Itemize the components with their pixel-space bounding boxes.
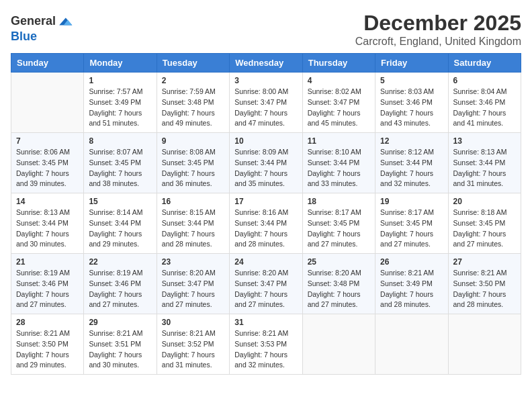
page-header: General Blue December 2025 Carcroft, Eng… bbox=[11, 11, 521, 48]
logo-text: General bbox=[11, 14, 56, 29]
calendar-week-row: 1Sunrise: 7:57 AMSunset: 3:49 PMDaylight… bbox=[11, 73, 521, 133]
day-info: Sunrise: 8:00 AMSunset: 3:47 PMDaylight:… bbox=[234, 87, 297, 129]
day-number: 27 bbox=[453, 257, 516, 267]
month-title: December 2025 bbox=[355, 11, 521, 36]
calendar-day-cell: 27Sunrise: 8:21 AMSunset: 3:50 PMDayligh… bbox=[448, 254, 521, 314]
calendar-day-cell: 25Sunrise: 8:20 AMSunset: 3:48 PMDayligh… bbox=[302, 254, 375, 314]
day-info: Sunrise: 8:04 AMSunset: 3:46 PMDaylight:… bbox=[453, 87, 516, 129]
day-info: Sunrise: 8:21 AMSunset: 3:49 PMDaylight:… bbox=[380, 268, 443, 310]
day-info: Sunrise: 8:19 AMSunset: 3:46 PMDaylight:… bbox=[16, 268, 79, 310]
calendar-day-header: Friday bbox=[375, 54, 448, 73]
calendar-day-cell: 30Sunrise: 8:21 AMSunset: 3:52 PMDayligh… bbox=[157, 314, 229, 375]
day-number: 23 bbox=[162, 257, 224, 267]
day-number: 12 bbox=[380, 136, 443, 146]
day-info: Sunrise: 8:10 AMSunset: 3:44 PMDaylight:… bbox=[308, 147, 370, 189]
day-info: Sunrise: 8:09 AMSunset: 3:44 PMDaylight:… bbox=[234, 147, 297, 189]
day-info: Sunrise: 8:21 AMSunset: 3:52 PMDaylight:… bbox=[162, 328, 224, 371]
day-info: Sunrise: 8:21 AMSunset: 3:51 PMDaylight:… bbox=[89, 328, 151, 371]
day-info: Sunrise: 8:17 AMSunset: 3:45 PMDaylight:… bbox=[308, 208, 370, 250]
day-number: 15 bbox=[89, 197, 151, 206]
calendar-day-header: Monday bbox=[84, 54, 157, 73]
calendar-day-cell: 8Sunrise: 8:07 AMSunset: 3:45 PMDaylight… bbox=[84, 133, 157, 193]
day-info: Sunrise: 8:20 AMSunset: 3:48 PMDaylight:… bbox=[308, 268, 370, 310]
day-info: Sunrise: 8:21 AMSunset: 3:53 PMDaylight:… bbox=[234, 328, 297, 371]
day-info: Sunrise: 8:14 AMSunset: 3:44 PMDaylight:… bbox=[89, 208, 151, 250]
calendar-week-row: 14Sunrise: 8:13 AMSunset: 3:44 PMDayligh… bbox=[11, 193, 521, 254]
logo-blue-text: Blue bbox=[11, 30, 37, 43]
calendar-day-cell: 1Sunrise: 7:57 AMSunset: 3:49 PMDaylight… bbox=[84, 73, 157, 133]
calendar-day-cell: 14Sunrise: 8:13 AMSunset: 3:44 PMDayligh… bbox=[11, 193, 84, 254]
day-number: 3 bbox=[234, 76, 297, 85]
day-info: Sunrise: 8:13 AMSunset: 3:44 PMDaylight:… bbox=[16, 208, 79, 250]
day-number: 20 bbox=[453, 197, 516, 206]
day-number: 18 bbox=[308, 197, 370, 206]
calendar-day-cell: 17Sunrise: 8:16 AMSunset: 3:44 PMDayligh… bbox=[230, 193, 302, 254]
day-info: Sunrise: 7:59 AMSunset: 3:48 PMDaylight:… bbox=[162, 87, 224, 129]
calendar-day-cell: 18Sunrise: 8:17 AMSunset: 3:45 PMDayligh… bbox=[302, 193, 375, 254]
day-info: Sunrise: 8:12 AMSunset: 3:44 PMDaylight:… bbox=[380, 147, 443, 189]
calendar-day-cell: 24Sunrise: 8:20 AMSunset: 3:47 PMDayligh… bbox=[230, 254, 302, 314]
day-number: 7 bbox=[16, 136, 79, 146]
day-info: Sunrise: 8:21 AMSunset: 3:50 PMDaylight:… bbox=[453, 268, 516, 310]
calendar-day-header: Sunday bbox=[11, 54, 84, 73]
day-info: Sunrise: 8:16 AMSunset: 3:44 PMDaylight:… bbox=[234, 208, 297, 250]
day-number: 16 bbox=[162, 197, 224, 206]
calendar-day-cell: 6Sunrise: 8:04 AMSunset: 3:46 PMDaylight… bbox=[448, 73, 521, 133]
calendar-day-cell bbox=[375, 314, 448, 375]
calendar-table: SundayMondayTuesdayWednesdayThursdayFrid… bbox=[11, 53, 521, 375]
calendar-day-cell: 9Sunrise: 8:08 AMSunset: 3:45 PMDaylight… bbox=[157, 133, 229, 193]
calendar-week-row: 7Sunrise: 8:06 AMSunset: 3:45 PMDaylight… bbox=[11, 133, 521, 193]
calendar-day-cell: 15Sunrise: 8:14 AMSunset: 3:44 PMDayligh… bbox=[84, 193, 157, 254]
calendar-day-cell: 28Sunrise: 8:21 AMSunset: 3:50 PMDayligh… bbox=[11, 314, 84, 375]
calendar-day-cell: 31Sunrise: 8:21 AMSunset: 3:53 PMDayligh… bbox=[230, 314, 302, 375]
logo-icon bbox=[57, 13, 73, 30]
calendar-day-cell: 19Sunrise: 8:17 AMSunset: 3:45 PMDayligh… bbox=[375, 193, 448, 254]
day-number: 14 bbox=[16, 197, 79, 206]
day-number: 31 bbox=[234, 318, 297, 327]
calendar-day-cell: 20Sunrise: 8:18 AMSunset: 3:45 PMDayligh… bbox=[448, 193, 521, 254]
day-number: 21 bbox=[16, 257, 79, 267]
day-number: 28 bbox=[16, 318, 79, 327]
calendar-header-row: SundayMondayTuesdayWednesdayThursdayFrid… bbox=[11, 54, 521, 73]
day-info: Sunrise: 8:20 AMSunset: 3:47 PMDaylight:… bbox=[162, 268, 224, 310]
day-info: Sunrise: 8:08 AMSunset: 3:45 PMDaylight:… bbox=[162, 147, 224, 189]
day-info: Sunrise: 8:20 AMSunset: 3:47 PMDaylight:… bbox=[234, 268, 297, 310]
calendar-day-cell: 2Sunrise: 7:59 AMSunset: 3:48 PMDaylight… bbox=[157, 73, 229, 133]
day-info: Sunrise: 8:21 AMSunset: 3:50 PMDaylight:… bbox=[16, 328, 79, 371]
calendar-day-cell: 7Sunrise: 8:06 AMSunset: 3:45 PMDaylight… bbox=[11, 133, 84, 193]
logo: General Blue bbox=[11, 13, 73, 44]
calendar-day-cell: 16Sunrise: 8:15 AMSunset: 3:44 PMDayligh… bbox=[157, 193, 229, 254]
day-info: Sunrise: 8:15 AMSunset: 3:44 PMDaylight:… bbox=[162, 208, 224, 250]
calendar-day-cell: 21Sunrise: 8:19 AMSunset: 3:46 PMDayligh… bbox=[11, 254, 84, 314]
calendar-day-header: Saturday bbox=[448, 54, 521, 73]
day-number: 8 bbox=[89, 136, 151, 146]
day-info: Sunrise: 8:19 AMSunset: 3:46 PMDaylight:… bbox=[89, 268, 151, 310]
day-info: Sunrise: 8:07 AMSunset: 3:45 PMDaylight:… bbox=[89, 147, 151, 189]
day-number: 29 bbox=[89, 318, 151, 327]
day-info: Sunrise: 8:17 AMSunset: 3:45 PMDaylight:… bbox=[380, 208, 443, 250]
calendar-day-cell: 22Sunrise: 8:19 AMSunset: 3:46 PMDayligh… bbox=[84, 254, 157, 314]
day-number: 6 bbox=[453, 76, 516, 85]
calendar-day-cell: 10Sunrise: 8:09 AMSunset: 3:44 PMDayligh… bbox=[230, 133, 302, 193]
day-info: Sunrise: 8:13 AMSunset: 3:44 PMDaylight:… bbox=[453, 147, 516, 189]
day-number: 10 bbox=[234, 136, 297, 146]
calendar-day-cell: 29Sunrise: 8:21 AMSunset: 3:51 PMDayligh… bbox=[84, 314, 157, 375]
day-number: 17 bbox=[234, 197, 297, 206]
day-number: 1 bbox=[89, 76, 151, 85]
calendar-day-cell: 12Sunrise: 8:12 AMSunset: 3:44 PMDayligh… bbox=[375, 133, 448, 193]
day-number: 13 bbox=[453, 136, 516, 146]
calendar-week-row: 28Sunrise: 8:21 AMSunset: 3:50 PMDayligh… bbox=[11, 314, 521, 375]
day-number: 19 bbox=[380, 197, 443, 206]
calendar-day-cell: 3Sunrise: 8:00 AMSunset: 3:47 PMDaylight… bbox=[230, 73, 302, 133]
calendar-day-cell bbox=[302, 314, 375, 375]
day-number: 25 bbox=[308, 257, 370, 267]
day-number: 9 bbox=[162, 136, 224, 146]
calendar-day-cell bbox=[11, 73, 84, 133]
day-number: 24 bbox=[234, 257, 297, 267]
calendar-day-cell: 23Sunrise: 8:20 AMSunset: 3:47 PMDayligh… bbox=[157, 254, 229, 314]
calendar-body: 1Sunrise: 7:57 AMSunset: 3:49 PMDaylight… bbox=[11, 73, 521, 375]
calendar-day-header: Tuesday bbox=[157, 54, 229, 73]
day-info: Sunrise: 8:18 AMSunset: 3:45 PMDaylight:… bbox=[453, 208, 516, 250]
day-number: 26 bbox=[380, 257, 443, 267]
day-number: 30 bbox=[162, 318, 224, 327]
